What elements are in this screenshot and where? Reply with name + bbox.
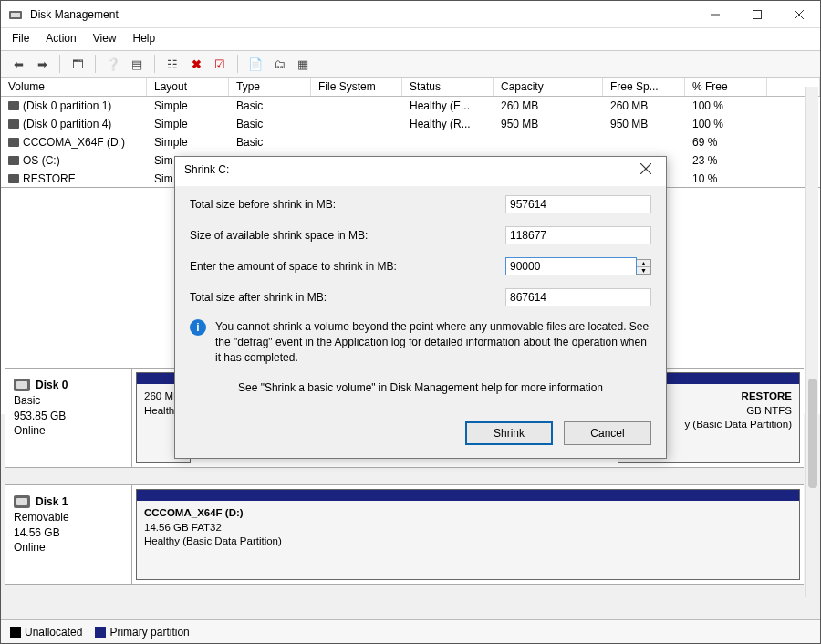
info-icon: i	[190, 319, 206, 336]
value-total-before	[505, 195, 651, 213]
volume-layout: Simple	[147, 115, 229, 133]
col-type[interactable]: Type	[229, 78, 311, 96]
volume-layout: Simple	[147, 97, 229, 115]
dialog-close-button[interactable]	[635, 162, 657, 177]
shrink-dialog: Shrink C: Total size before shrink in MB…	[174, 156, 667, 459]
volume-name: (Disk 0 partition 4)	[23, 118, 111, 130]
volume-status: Healthy (E...	[402, 97, 494, 115]
menu-view[interactable]: View	[93, 32, 117, 45]
menu-file[interactable]: File	[12, 32, 29, 45]
info-text: You cannot shrink a volume beyond the po…	[215, 319, 651, 365]
toolbar: ⬅ ➡ 🗔 ❔ ▤ ☷ ✖ ☑ 📄 🗂 ▦	[1, 50, 820, 78]
toolbar-separator	[95, 55, 96, 73]
minimize-button[interactable]	[694, 1, 736, 28]
volume-name: (Disk 0 partition 1)	[23, 99, 111, 112]
svg-rect-3	[753, 10, 762, 18]
back-icon[interactable]: ⬅	[8, 54, 28, 74]
dialog-title: Shrink C:	[184, 163, 229, 176]
shrink-amount-input[interactable]	[505, 257, 637, 275]
panel-icon[interactable]: ▤	[127, 54, 147, 74]
menu-help[interactable]: Help	[133, 32, 156, 45]
scrollbar-thumb[interactable]	[808, 379, 817, 488]
spinner-buttons[interactable]: ▲▼	[637, 259, 651, 275]
menu-action[interactable]: Action	[46, 32, 76, 45]
shrink-button[interactable]: Shrink	[465, 421, 553, 445]
forward-icon[interactable]: ➡	[32, 54, 52, 74]
table-row[interactable]: (Disk 0 partition 1) Simple Basic Health…	[1, 97, 820, 115]
delete-icon[interactable]: ✖	[186, 54, 206, 74]
col-filesystem[interactable]: File System	[311, 78, 402, 96]
volume-fs	[311, 97, 402, 115]
volume-icon	[8, 174, 19, 183]
toolbar-separator	[59, 55, 60, 73]
help-icon[interactable]: ❔	[103, 54, 123, 74]
volume-icon	[8, 119, 19, 129]
volume-table-header: Volume Layout Type File System Status Ca…	[1, 78, 820, 97]
volume-name: OS (C:)	[23, 154, 60, 167]
legend-unallocated: Unallocated	[10, 626, 82, 639]
label-enter-amount: Enter the amount of space to shrink in M…	[190, 260, 505, 273]
volume-layout: Simple	[147, 133, 229, 151]
close-button[interactable]	[778, 1, 820, 28]
menu-bar: File Action View Help	[1, 28, 820, 50]
disk-name: Disk 0	[36, 378, 68, 393]
new-icon[interactable]: 📄	[245, 54, 265, 74]
volume-type: Basic	[229, 133, 311, 151]
volume-pct: 100 %	[685, 97, 767, 115]
explore-icon[interactable]: 🗂	[269, 54, 289, 74]
volume-capacity	[494, 133, 603, 151]
disk-size: 953.85 GB	[14, 409, 122, 414]
value-total-after	[505, 288, 651, 306]
label-available: Size of available shrink space in MB:	[190, 229, 505, 242]
volume-pct: 10 %	[685, 170, 767, 188]
volume-fs	[311, 133, 402, 151]
volume-free: 260 MB	[603, 97, 685, 115]
label-total-before: Total size before shrink in MB:	[190, 198, 505, 211]
volume-capacity: 260 MB	[494, 97, 603, 115]
window-title: Disk Management	[30, 8, 694, 21]
col-free[interactable]: Free Sp...	[603, 78, 685, 96]
window-titlebar: Disk Management	[1, 1, 820, 28]
table-row[interactable]: CCCOMA_X64F (D:) Simple Basic 69 %	[1, 133, 820, 151]
toolbar-separator	[237, 55, 238, 73]
check-icon[interactable]: ☑	[210, 54, 230, 74]
volume-pct: 69 %	[685, 133, 767, 151]
svg-rect-1	[11, 13, 20, 17]
volume-capacity: 950 MB	[494, 115, 603, 133]
app-icon	[8, 7, 23, 22]
label-total-after: Total size after shrink in MB:	[190, 291, 505, 304]
legend: Unallocated Primary partition	[1, 619, 820, 643]
volume-icon	[8, 156, 19, 165]
swatch-navy	[95, 627, 106, 638]
maximize-button[interactable]	[736, 1, 778, 28]
volume-fs	[311, 115, 402, 133]
volume-type: Basic	[229, 97, 311, 115]
disk-type: Basic	[14, 393, 122, 409]
value-available	[505, 226, 651, 244]
disk-info: Disk 0 Basic 953.85 GB Online	[5, 369, 132, 414]
volume-name: RESTORE	[23, 172, 76, 185]
scrollbar[interactable]	[805, 87, 818, 597]
help-text: See "Shrink a basic volume" in Disk Mana…	[190, 381, 651, 394]
table-row[interactable]: (Disk 0 partition 4) Simple Basic Health…	[1, 115, 820, 133]
volume-icon	[8, 101, 19, 110]
col-capacity[interactable]: Capacity	[494, 78, 603, 96]
volume-pct: 100 %	[685, 115, 767, 133]
properties-icon[interactable]: 🗔	[68, 54, 88, 74]
col-pctfree[interactable]: % Free	[685, 78, 767, 96]
volume-free: 950 MB	[603, 115, 685, 133]
cancel-button[interactable]: Cancel	[564, 421, 651, 445]
spinner-down-icon[interactable]: ▼	[637, 267, 650, 274]
volume-status: Healthy (R...	[402, 115, 494, 133]
col-status[interactable]: Status	[402, 78, 494, 96]
col-volume[interactable]: Volume	[1, 78, 147, 96]
volume-free	[603, 133, 685, 151]
toolbar-separator	[154, 55, 155, 73]
legend-primary: Primary partition	[95, 626, 189, 639]
spinner-up-icon[interactable]: ▲	[637, 260, 650, 267]
swatch-black	[10, 627, 21, 638]
refresh-icon[interactable]: ☷	[162, 54, 182, 74]
volume-status	[402, 133, 494, 151]
col-layout[interactable]: Layout	[147, 78, 229, 96]
settings-icon[interactable]: ▦	[293, 54, 313, 74]
